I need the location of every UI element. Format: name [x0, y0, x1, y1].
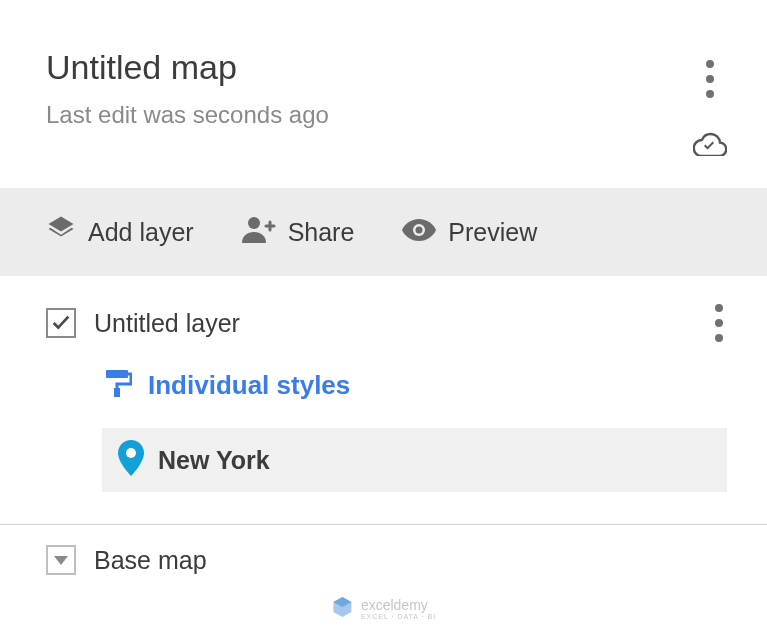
- layer-section: Untitled layer Individual styles New Yor…: [0, 276, 767, 522]
- base-map-section: Base map: [0, 525, 767, 595]
- preview-label: Preview: [448, 218, 537, 247]
- watermark-tagline: EXCEL · DATA · BI: [361, 613, 436, 620]
- more-options-icon[interactable]: [702, 56, 718, 102]
- cloud-saved-icon: [693, 132, 727, 160]
- layer-title[interactable]: Untitled layer: [94, 309, 240, 338]
- svg-rect-3: [106, 370, 128, 378]
- header-right: [693, 48, 727, 160]
- place-label: New York: [158, 446, 270, 475]
- place-item-new-york[interactable]: New York: [102, 428, 727, 492]
- hexagon-icon: [331, 596, 353, 621]
- map-pin-icon: [118, 440, 144, 480]
- layer-visibility-checkbox[interactable]: [46, 308, 76, 338]
- eye-icon: [402, 218, 436, 247]
- svg-point-2: [416, 226, 423, 233]
- last-edit-label: Last edit was seconds ago: [46, 101, 693, 129]
- watermark-text: exceldemy EXCEL · DATA · BI: [361, 597, 436, 620]
- share-label: Share: [288, 218, 355, 247]
- layer-options-icon[interactable]: [711, 300, 727, 346]
- header-left: Untitled map Last edit was seconds ago: [46, 48, 693, 129]
- layer-header-left: Untitled layer: [46, 308, 240, 338]
- layer-header: Untitled layer: [46, 300, 727, 346]
- add-layer-label: Add layer: [88, 218, 194, 247]
- individual-styles-button[interactable]: Individual styles: [102, 368, 727, 402]
- map-title[interactable]: Untitled map: [46, 48, 693, 87]
- svg-point-0: [248, 217, 260, 229]
- toolbar: Add layer Share Preview: [0, 188, 767, 276]
- chevron-down-icon: [54, 556, 68, 565]
- person-add-icon: [242, 215, 276, 249]
- styles-label: Individual styles: [148, 370, 350, 401]
- svg-point-5: [126, 448, 136, 458]
- share-button[interactable]: Share: [242, 215, 355, 249]
- checkmark-icon: [50, 312, 72, 334]
- add-layer-button[interactable]: Add layer: [46, 214, 194, 250]
- header: Untitled map Last edit was seconds ago: [0, 0, 767, 188]
- layers-icon: [46, 214, 76, 250]
- base-map-label[interactable]: Base map: [94, 546, 207, 575]
- base-map-dropdown[interactable]: [46, 545, 76, 575]
- paint-roller-icon: [102, 368, 132, 402]
- preview-button[interactable]: Preview: [402, 218, 537, 247]
- watermark: exceldemy EXCEL · DATA · BI: [331, 596, 436, 621]
- watermark-brand: exceldemy: [361, 597, 428, 613]
- svg-rect-4: [114, 388, 120, 397]
